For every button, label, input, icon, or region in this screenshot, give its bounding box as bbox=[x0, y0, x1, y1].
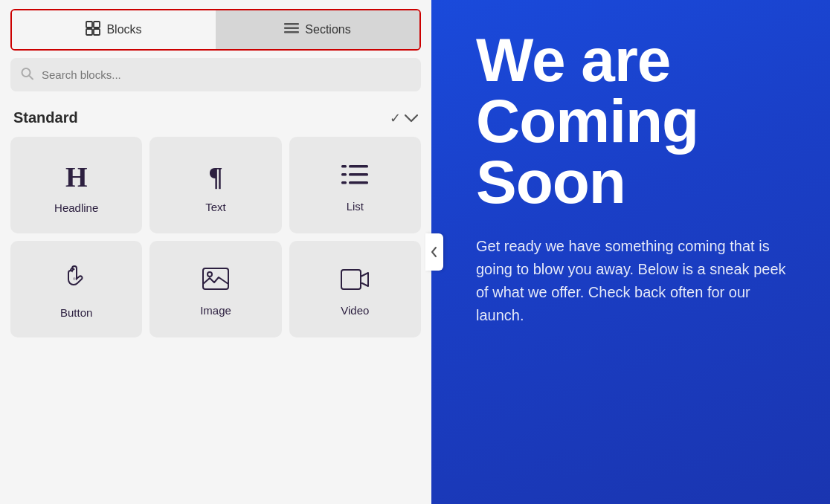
standard-section-label: Standard bbox=[13, 109, 78, 126]
video-label: Video bbox=[341, 304, 369, 317]
text-icon: ¶ bbox=[208, 164, 222, 190]
standard-section-header: Standard ✓ bbox=[0, 102, 431, 137]
chevron-down-icon[interactable]: ✓ bbox=[390, 110, 418, 126]
svg-rect-18 bbox=[341, 270, 361, 289]
svg-rect-10 bbox=[349, 173, 368, 176]
tab-sections-label: Sections bbox=[305, 23, 350, 36]
svg-rect-6 bbox=[284, 31, 299, 33]
video-icon bbox=[341, 268, 369, 294]
svg-rect-5 bbox=[284, 28, 299, 30]
image-label: Image bbox=[200, 304, 231, 317]
sections-tab-icon bbox=[284, 23, 299, 36]
svg-line-8 bbox=[29, 75, 33, 79]
search-icon bbox=[21, 67, 33, 83]
svg-rect-13 bbox=[341, 173, 347, 176]
button-label: Button bbox=[60, 306, 92, 319]
svg-rect-11 bbox=[349, 181, 368, 184]
image-icon bbox=[202, 268, 229, 294]
svg-rect-9 bbox=[349, 165, 368, 168]
block-headline[interactable]: H Headline bbox=[10, 137, 142, 233]
block-image[interactable]: Image bbox=[149, 241, 281, 337]
block-button[interactable]: Button bbox=[10, 241, 142, 337]
hero-title-line1: We are bbox=[476, 26, 670, 94]
hero-title: We are Coming Soon bbox=[476, 30, 800, 213]
headline-icon: H bbox=[65, 163, 88, 191]
search-container bbox=[10, 58, 421, 91]
left-panel: Blocks Sections Standard ✓ bbox=[0, 0, 431, 504]
search-input[interactable] bbox=[10, 58, 421, 91]
tab-blocks-label: Blocks bbox=[106, 23, 141, 36]
blocks-grid: H Headline ¶ Text List bbox=[0, 137, 431, 337]
collapse-panel-button[interactable] bbox=[425, 233, 443, 271]
tab-blocks[interactable]: Blocks bbox=[12, 10, 216, 49]
block-video[interactable]: Video bbox=[289, 241, 421, 337]
hero-title-line3: Soon bbox=[476, 148, 625, 216]
text-label: Text bbox=[205, 201, 226, 213]
svg-rect-12 bbox=[341, 165, 347, 168]
svg-rect-2 bbox=[86, 29, 92, 35]
hero-body: Get ready we have something coming that … bbox=[476, 235, 788, 327]
svg-rect-16 bbox=[203, 268, 228, 289]
block-list[interactable]: List bbox=[289, 137, 421, 233]
button-icon bbox=[65, 265, 89, 296]
svg-rect-14 bbox=[341, 181, 347, 184]
tab-bar: Blocks Sections bbox=[10, 9, 421, 51]
list-label: List bbox=[347, 200, 364, 213]
hero-title-line2: Coming bbox=[476, 87, 698, 155]
svg-point-15 bbox=[73, 277, 76, 280]
svg-rect-4 bbox=[284, 23, 299, 25]
svg-point-17 bbox=[208, 272, 212, 277]
svg-rect-1 bbox=[94, 22, 100, 28]
headline-label: Headline bbox=[54, 201, 98, 214]
right-panel: We are Coming Soon Get ready we have som… bbox=[431, 0, 830, 504]
svg-rect-3 bbox=[94, 29, 100, 35]
svg-rect-0 bbox=[86, 22, 92, 28]
tab-sections[interactable]: Sections bbox=[216, 10, 419, 49]
block-text[interactable]: ¶ Text bbox=[149, 137, 281, 233]
blocks-tab-icon bbox=[86, 21, 100, 39]
list-icon bbox=[341, 164, 368, 190]
